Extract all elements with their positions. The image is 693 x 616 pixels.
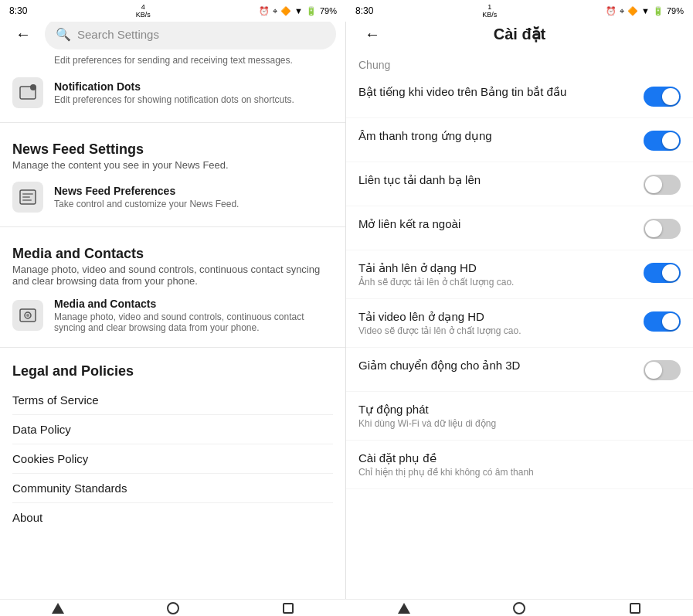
nav-home-icon[interactable] <box>165 600 182 617</box>
svg-rect-4 <box>22 196 30 198</box>
toggle-switch-1[interactable] <box>644 131 681 151</box>
left-back-button[interactable]: ← <box>9 20 37 48</box>
svg-point-8 <box>26 314 29 317</box>
left-content: Edit preferences for sending and receivi… <box>0 46 345 616</box>
svg-rect-3 <box>22 193 33 195</box>
about-link[interactable]: About <box>12 503 333 532</box>
notification-dots-icon <box>12 77 43 108</box>
right-nav-home-icon[interactable] <box>511 600 528 617</box>
toggle-switch-6[interactable] <box>644 360 681 380</box>
right-nav-recent-icon[interactable] <box>627 600 644 617</box>
nav-recent-icon[interactable] <box>280 600 297 617</box>
left-bottom-nav <box>0 599 346 616</box>
toggle-item-0[interactable]: Bật tiếng khi video trên Bảng tin bắt đầ… <box>346 74 693 118</box>
community-standards-link[interactable]: Community Standards <box>12 474 333 503</box>
toggle-item-6[interactable]: Giảm chuyển động cho ảnh 3D <box>346 348 693 392</box>
toggle-text-7: Tự động phát Khi dùng Wi-Fi và dữ liệu d… <box>358 403 681 429</box>
right-bottom-nav <box>346 599 693 616</box>
toggle-text-3: Mở liên kết ra ngoài <box>358 217 634 231</box>
news-feed-icon <box>12 182 43 213</box>
left-status-bar: 8:30 4 KB/s ⏰ ⌖ 🔶 ▼ 🔋 79% <box>0 0 346 22</box>
toggle-item-8[interactable]: Cài đặt phụ đề Chỉ hiện thị phụ đề khi k… <box>346 441 693 489</box>
toggle-text-6: Giảm chuyển động cho ảnh 3D <box>358 359 634 373</box>
toggle-item-2[interactable]: Liên tục tải danh bạ lên <box>346 162 693 206</box>
svg-rect-5 <box>22 199 32 201</box>
toggle-switch-3[interactable] <box>644 219 681 239</box>
cookies-policy-link[interactable]: Cookies Policy <box>12 444 333 474</box>
terms-of-service-link[interactable]: Terms of Service <box>12 386 333 415</box>
media-contacts-item[interactable]: Media and Contacts Manage photo, video a… <box>0 290 345 341</box>
toggle-text-5: Tải video lên ở dạng HD Video sẽ được tả… <box>358 310 634 336</box>
search-icon: 🔍 <box>56 27 71 42</box>
divider-2 <box>0 226 345 227</box>
toggle-text-2: Liên tục tải danh bạ lên <box>358 173 634 187</box>
news-feed-preferences-text: News Feed Preferences Take control and c… <box>54 185 239 209</box>
news-feed-section-header: News Feed Settings Manage the content yo… <box>0 129 345 174</box>
search-bar[interactable]: 🔍 Search Settings <box>45 19 336 49</box>
notification-dots-text: Notification Dots Edit preferences for s… <box>54 80 294 105</box>
toggle-item-7[interactable]: Tự động phát Khi dùng Wi-Fi và dữ liệu d… <box>346 392 693 441</box>
notification-dots-item[interactable]: Notification Dots Edit preferences for s… <box>0 70 345 116</box>
right-time: 8:30 <box>355 5 373 16</box>
news-feed-preferences-item[interactable]: News Feed Preferences Take control and c… <box>0 174 345 220</box>
toggle-text-8: Cài đặt phụ đề Chỉ hiện thị phụ đề khi k… <box>358 451 681 478</box>
svg-point-1 <box>30 84 36 90</box>
data-policy-link[interactable]: Data Policy <box>12 415 333 444</box>
toggle-text-4: Tải ảnh lên ở dạng HD Ảnh sẽ được tải lê… <box>358 261 634 288</box>
right-panel: ← Cài đặt Chung Bật tiếng khi video trên… <box>346 0 693 616</box>
left-speed: 4 KB/s <box>136 3 151 19</box>
toggle-item-1[interactable]: Âm thanh trong ứng dụng <box>346 118 693 162</box>
toggle-switch-4[interactable] <box>644 263 681 283</box>
right-status-icons: ⏰ ⌖ 🔶 ▼ 🔋 79% <box>606 6 684 16</box>
right-speed: 1 KB/s <box>482 3 497 19</box>
divider-3 <box>0 347 345 348</box>
toggle-switch-2[interactable] <box>644 175 681 195</box>
legal-section: Legal and Policies Terms of Service Data… <box>0 354 345 541</box>
chung-label: Chung <box>346 53 693 74</box>
toggle-switch-0[interactable] <box>644 87 681 107</box>
right-nav-back-icon[interactable] <box>396 600 413 617</box>
sms-top-subtitle: Edit preferences for sending and receivi… <box>54 55 293 66</box>
left-status-icons: ⏰ ⌖ 🔶 ▼ 🔋 79% <box>259 6 337 16</box>
toggle-text-1: Âm thanh trong ứng dụng <box>358 129 634 143</box>
media-contacts-section-header: Media and Contacts Manage photo, video a… <box>0 233 345 290</box>
media-contacts-icon <box>12 300 43 331</box>
right-panel-title: Cài đặt <box>399 25 640 43</box>
toggle-text-0: Bật tiếng khi video trên Bảng tin bắt đầ… <box>358 85 634 99</box>
toggle-item-5[interactable]: Tải video lên ở dạng HD Video sẽ được tả… <box>346 299 693 348</box>
right-status-bar: 8:30 1 KB/s ⏰ ⌖ 🔶 ▼ 🔋 79% <box>346 0 693 22</box>
right-content: Chung Bật tiếng khi video trên Bảng tin … <box>346 46 693 616</box>
media-contacts-text: Media and Contacts Manage photo, video a… <box>54 298 333 333</box>
toggle-item-4[interactable]: Tải ảnh lên ở dạng HD Ảnh sẽ được tải lê… <box>346 250 693 299</box>
left-time: 8:30 <box>9 5 27 16</box>
divider-1 <box>0 122 345 123</box>
left-panel: ← 🔍 Search Settings Edit preferences for… <box>0 0 346 616</box>
search-input[interactable]: Search Settings <box>77 28 159 41</box>
toggle-item-3[interactable]: Mở liên kết ra ngoài <box>346 206 693 250</box>
right-back-button[interactable]: ← <box>358 20 386 48</box>
toggle-switch-5[interactable] <box>644 311 681 332</box>
nav-back-icon[interactable] <box>49 600 66 617</box>
